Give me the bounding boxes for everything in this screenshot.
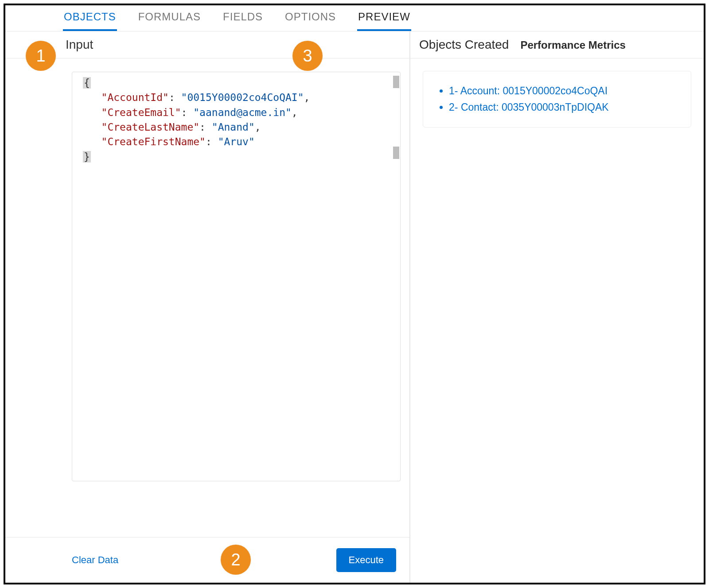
result-item[interactable]: 2- Contact: 0035Y00003nTpDIQAK xyxy=(449,99,678,116)
results-tab-performance[interactable]: Performance Metrics xyxy=(520,39,625,51)
results-pane: Objects Created Performance Metrics 1- A… xyxy=(410,31,704,583)
app-frame: 1 2 3 OBJECTS FORMULAS FIELDS OPTIONS PR… xyxy=(4,4,705,584)
tab-bar: OBJECTS FORMULAS FIELDS OPTIONS PREVIEW xyxy=(5,5,704,31)
input-pane: Input { "AccountId": "0015Y00002co4CoQAI… xyxy=(5,31,410,583)
callout-2: 2 xyxy=(221,545,251,575)
tab-fields[interactable]: FIELDS xyxy=(222,9,264,31)
json-value: "0015Y00002co4CoQAI" xyxy=(181,92,304,103)
json-key: "CreateFirstName" xyxy=(101,136,206,147)
results-header: Objects Created Performance Metrics xyxy=(410,31,704,58)
callout-1: 1 xyxy=(26,41,56,71)
results-tab-objects-created[interactable]: Objects Created xyxy=(419,38,509,52)
input-footer: Clear Data Execute xyxy=(5,537,409,583)
json-value: "aanand@acme.in" xyxy=(193,107,292,118)
json-value: "Anand" xyxy=(212,121,255,133)
json-key: "CreateEmail" xyxy=(101,107,181,118)
json-key: "CreateLastName" xyxy=(101,121,200,133)
input-title: Input xyxy=(66,38,93,52)
results-body: 1- Account: 0015Y00002co4CoQAI 2- Contac… xyxy=(410,58,704,140)
results-box: 1- Account: 0015Y00002co4CoQAI 2- Contac… xyxy=(423,71,691,128)
content-split: Input { "AccountId": "0015Y00002co4CoQAI… xyxy=(5,31,704,583)
json-value: "Aruv" xyxy=(218,136,255,147)
json-editor[interactable]: { "AccountId": "0015Y00002co4CoQAI", "Cr… xyxy=(72,72,401,481)
input-header: Input xyxy=(5,31,409,58)
tab-options[interactable]: OPTIONS xyxy=(284,9,337,31)
editor-wrap: { "AccountId": "0015Y00002co4CoQAI", "Cr… xyxy=(5,58,409,537)
tab-preview[interactable]: PREVIEW xyxy=(357,9,411,31)
callout-3: 3 xyxy=(292,41,323,71)
json-key: "AccountId" xyxy=(101,92,169,103)
tab-objects[interactable]: OBJECTS xyxy=(63,9,117,31)
result-item[interactable]: 1- Account: 0015Y00002co4CoQAI xyxy=(449,83,678,99)
clear-data-link[interactable]: Clear Data xyxy=(72,554,118,566)
tab-formulas[interactable]: FORMULAS xyxy=(137,9,202,31)
execute-button[interactable]: Execute xyxy=(336,548,397,572)
